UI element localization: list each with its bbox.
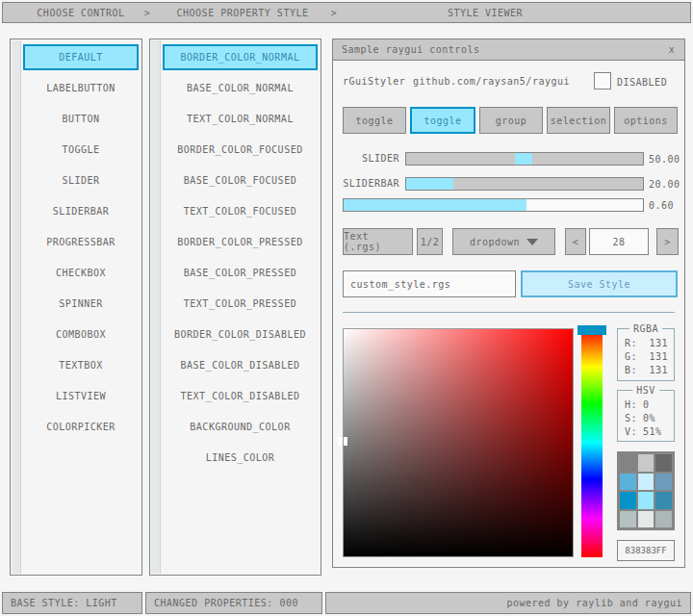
- list-item-colorpicker[interactable]: COLORPICKER: [22, 411, 140, 442]
- list-item-border-color-pressed[interactable]: BORDER_COLOR_PRESSED: [162, 226, 319, 257]
- swatch-text-disabled[interactable]: [655, 511, 672, 528]
- save-style-button[interactable]: Save Style: [521, 270, 678, 297]
- color-picker-gradient[interactable]: [343, 328, 574, 557]
- rgba-row-b: B: 131: [618, 363, 674, 376]
- toggle-option-1[interactable]: toggle: [410, 107, 475, 134]
- list-item-combobox[interactable]: COMBOBOX: [22, 319, 140, 349]
- list-item-sliderbar[interactable]: SLIDERBAR: [22, 195, 140, 226]
- rgba-row-g: G: 131: [618, 349, 674, 363]
- list-item-border-color-normal[interactable]: BORDER_COLOR_NORMAL: [163, 44, 318, 70]
- list-item-slider[interactable]: SLIDER: [22, 165, 140, 195]
- progressbar: [343, 198, 644, 212]
- swatch-text-normal[interactable]: [655, 454, 672, 472]
- controls-list-panel: DEFAULT LABELBUTTON BUTTON TOGGLE SLIDER…: [10, 38, 142, 576]
- list-item-base-color-pressed[interactable]: BASE_COLOR_PRESSED: [162, 257, 319, 288]
- repo-link[interactable]: github.com/raysan5/raygui: [413, 76, 570, 87]
- swatch-base-pressed[interactable]: [638, 492, 654, 509]
- toggle-option-4[interactable]: options: [614, 107, 678, 134]
- list-item-base-color-normal[interactable]: BASE_COLOR_NORMAL: [162, 72, 319, 103]
- list-item-labelbutton[interactable]: LABELBUTTON: [22, 72, 140, 103]
- dropdown-button[interactable]: dropdown: [452, 228, 555, 255]
- filename-input[interactable]: custom_style.rgs: [343, 270, 516, 297]
- hsv-title: HSV: [632, 385, 659, 396]
- chevron-down-icon: [526, 239, 538, 245]
- style-color-swatches: [617, 451, 675, 530]
- half-button[interactable]: 1/2: [417, 228, 443, 255]
- breadcrumb: CHOOSE CONTROL > CHOOSE PROPERTY STYLE >…: [2, 2, 691, 23]
- spinner-value[interactable]: 28: [589, 228, 649, 255]
- swatch-border-disabled[interactable]: [620, 511, 636, 528]
- hsv-row-s: S: 0%: [618, 411, 674, 424]
- swatch-border-normal[interactable]: [620, 454, 636, 472]
- list-item-progressbar[interactable]: PROGRESSBAR: [22, 226, 140, 257]
- sample-controls-window: Sample raygui controls x rGuiStyler gith…: [332, 38, 685, 568]
- toggle-option-3[interactable]: selection: [547, 107, 610, 134]
- s-value: 0%: [643, 413, 655, 424]
- hsv-groupbox: HSV H: 0 S: 0% V: 51%: [617, 390, 675, 442]
- disabled-checkbox[interactable]: [594, 72, 611, 90]
- list-item-text-color-normal[interactable]: TEXT_COLOR_NORMAL: [162, 103, 319, 134]
- list-item-border-color-focused[interactable]: BORDER_COLOR_FOCUSED: [162, 134, 319, 165]
- hex-value-input[interactable]: 838383FF: [617, 540, 675, 561]
- list-item-text-color-focused[interactable]: TEXT_COLOR_FOCUSED: [162, 195, 319, 226]
- list-item-listview[interactable]: LISTVIEW: [22, 380, 140, 411]
- list-item-button[interactable]: BUTTON: [22, 103, 140, 134]
- list-item-base-color-disabled[interactable]: BASE_COLOR_DISABLED: [162, 349, 319, 380]
- toggle-option-2[interactable]: group: [479, 107, 543, 134]
- list-item-toggle[interactable]: TOGGLE: [22, 134, 140, 165]
- window-title: Sample raygui controls: [342, 44, 479, 55]
- swatch-base-disabled[interactable]: [638, 511, 654, 528]
- chevron-right-icon: >: [331, 8, 338, 18]
- r-label: R:: [625, 338, 637, 348]
- slider[interactable]: [405, 152, 644, 166]
- swatch-text-pressed[interactable]: [655, 492, 672, 509]
- sliderbar-value: 20.00: [649, 179, 680, 190]
- hue-bar-handle[interactable]: [578, 325, 606, 335]
- swatch-border-focused[interactable]: [620, 474, 636, 491]
- controls-list-scrollbar[interactable]: [12, 40, 21, 574]
- slider-handle[interactable]: [515, 153, 532, 165]
- list-item-text-color-pressed[interactable]: TEXT_COLOR_PRESSED: [162, 288, 319, 319]
- list-item-text-color-disabled[interactable]: TEXT_COLOR_DISABLED: [162, 380, 319, 411]
- divider-line: [343, 312, 675, 313]
- controls-list: DEFAULT LABELBUTTON BUTTON TOGGLE SLIDER…: [22, 41, 140, 442]
- list-item-default[interactable]: DEFAULT: [23, 44, 139, 70]
- status-changed-properties: CHANGED PROPERTIES: 000: [145, 592, 322, 614]
- spinner-decrement-button[interactable]: <: [565, 228, 586, 255]
- rgba-title: RGBA: [629, 323, 662, 334]
- list-item-lines-color[interactable]: LINES_COLOR: [162, 442, 319, 473]
- v-label: V:: [625, 426, 637, 437]
- list-item-spinner[interactable]: SPINNER: [22, 288, 140, 319]
- list-item-border-color-disabled[interactable]: BORDER_COLOR_DISABLED: [162, 319, 319, 349]
- hsv-row-v: V: 51%: [618, 424, 674, 438]
- swatch-base-normal[interactable]: [638, 454, 654, 472]
- list-item-base-color-focused[interactable]: BASE_COLOR_FOCUSED: [162, 165, 319, 195]
- g-label: G:: [625, 351, 637, 362]
- status-powered-by: powered by raylib and raygui: [325, 592, 691, 614]
- properties-list-scrollbar[interactable]: [151, 40, 161, 574]
- close-icon[interactable]: x: [665, 43, 679, 57]
- status-base-style-text: BASE STYLE: LIGHT: [11, 598, 117, 608]
- status-base-style: BASE STYLE: LIGHT: [2, 592, 142, 614]
- swatch-base-focused[interactable]: [638, 474, 654, 491]
- swatch-text-focused[interactable]: [655, 474, 672, 491]
- list-item-textbox[interactable]: TEXTBOX: [22, 349, 140, 380]
- window-titlebar: Sample raygui controls x: [333, 39, 684, 61]
- sliderbar-fill: [406, 178, 453, 190]
- progressbar-fill: [344, 199, 526, 211]
- h-value: 0: [643, 399, 650, 410]
- b-value: 131: [649, 365, 668, 375]
- breadcrumb-choose-property-style: CHOOSE PROPERTY STYLE: [177, 8, 309, 18]
- spinner-increment-button[interactable]: >: [656, 228, 679, 255]
- color-picker-cursor-icon[interactable]: [338, 437, 347, 446]
- properties-list: BORDER_COLOR_NORMAL BASE_COLOR_NORMAL TE…: [162, 41, 319, 473]
- list-item-checkbox[interactable]: CHECKBOX: [22, 257, 140, 288]
- text-rgs-button[interactable]: Text (.rgs): [343, 228, 413, 255]
- toggle-option-0[interactable]: toggle: [343, 107, 406, 134]
- list-item-background-color[interactable]: BACKGROUND_COLOR: [162, 411, 319, 442]
- breadcrumb-style-viewer: STYLE VIEWER: [448, 8, 523, 18]
- swatch-border-pressed[interactable]: [620, 492, 636, 509]
- hue-bar[interactable]: [581, 328, 603, 557]
- breadcrumb-choose-control: CHOOSE CONTROL: [37, 8, 124, 18]
- sliderbar[interactable]: [405, 177, 644, 191]
